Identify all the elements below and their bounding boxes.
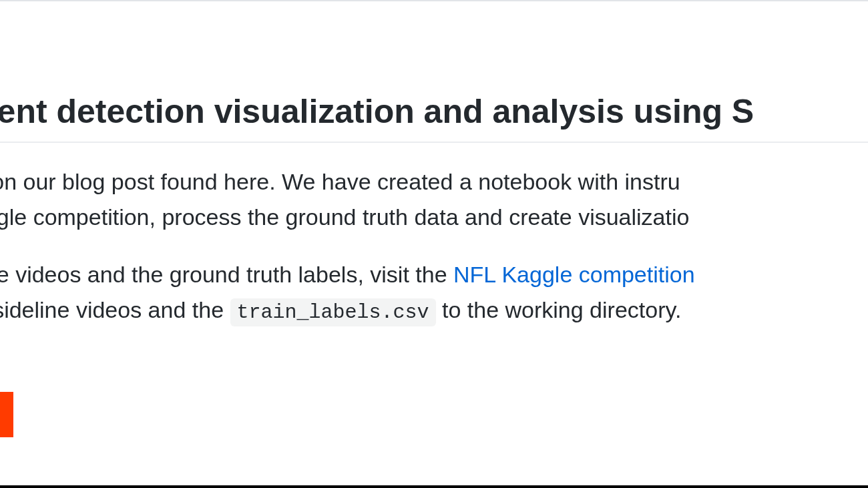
readme-paragraph-1: ed on our blog post found here. We have … [0, 164, 868, 234]
readme-paragraph-2: mple videos and the ground truth labels,… [0, 257, 868, 328]
paragraph-1-line-2: kaggle competition, process the ground t… [0, 204, 689, 230]
paragraph-2-prefix: mple videos and the ground truth labels,… [0, 262, 453, 287]
paragraph-2-line2-prefix: ne-sideline videos and the [0, 297, 230, 322]
bottom-border [0, 485, 868, 488]
train-labels-filename: train_labels.csv [230, 298, 436, 326]
nfl-kaggle-link[interactable]: NFL Kaggle competition [453, 262, 695, 287]
top-divider [0, 0, 868, 5]
red-marker [0, 392, 13, 437]
paragraph-2-line2-suffix: to the working directory. [436, 297, 682, 322]
readme-content: event detection visualization and analys… [0, 92, 868, 328]
readme-heading: event detection visualization and analys… [0, 92, 868, 143]
paragraph-1-line-1: ed on our blog post found here. We have … [0, 169, 680, 194]
